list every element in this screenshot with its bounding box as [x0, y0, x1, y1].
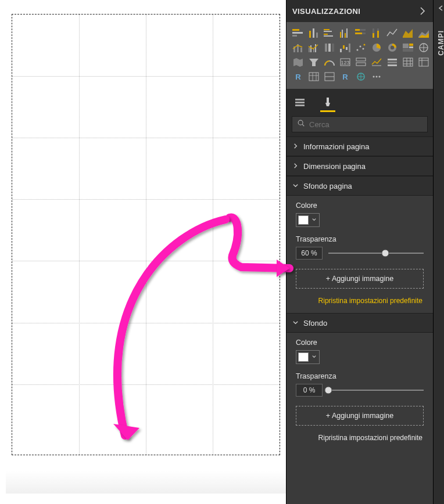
section-title: Sfondo pagina: [303, 182, 352, 190]
section-dimensioni-pagina[interactable]: Dimensioni pagina: [287, 156, 433, 176]
svg-rect-45: [409, 46, 413, 48]
svg-point-36: [357, 49, 359, 51]
svg-rect-53: [372, 65, 381, 66]
waterfall-icon[interactable]: [338, 41, 352, 54]
donut-chart-icon[interactable]: [385, 41, 399, 54]
pane-tabs: [287, 89, 433, 112]
trasparenza-slider[interactable]: [328, 384, 424, 396]
color-swatch-icon: [298, 352, 309, 362]
svg-rect-35: [349, 44, 350, 52]
svg-rect-70: [327, 98, 329, 103]
svg-rect-30: [328, 44, 331, 52]
stacked-area-icon[interactable]: [417, 27, 431, 39]
svg-rect-25: [309, 48, 310, 52]
colore-picker[interactable]: [296, 350, 320, 364]
svg-rect-4: [313, 28, 314, 38]
report-page-canvas[interactable]: [12, 14, 280, 455]
section-title: Informazioni pagina: [303, 142, 369, 151]
svg-line-72: [302, 124, 304, 126]
reset-defaults-link[interactable]: Ripristina impostazioni predefinite: [296, 297, 424, 305]
add-image-button[interactable]: + Aggiungi immagine: [296, 406, 424, 426]
svg-rect-7: [324, 31, 332, 32]
hundred-stacked-column-icon[interactable]: [370, 27, 384, 39]
color-swatch-icon: [298, 215, 309, 225]
arcgis-map-icon[interactable]: [354, 70, 368, 83]
trasparenza-input[interactable]: 0 %: [296, 384, 323, 397]
trasparenza-label: Trasparenza: [296, 235, 424, 243]
hundred-stacked-bar-icon[interactable]: [354, 27, 368, 39]
search-icon: [297, 119, 309, 129]
expand-icon[interactable]: [434, 3, 444, 14]
trasparenza-slider[interactable]: [328, 247, 424, 259]
pie-chart-icon[interactable]: [370, 41, 384, 54]
fields-tab[interactable]: [292, 92, 307, 112]
area-chart-icon[interactable]: [401, 27, 415, 39]
multi-row-card-icon[interactable]: [354, 56, 368, 69]
right-panels: VISUALIZZAZIONI: [286, 0, 444, 504]
key-influencers-icon[interactable]: [323, 70, 336, 83]
svg-text:123: 123: [341, 60, 349, 66]
svg-point-42: [391, 46, 394, 49]
gauge-icon[interactable]: [323, 56, 336, 69]
slicer-icon[interactable]: [385, 56, 399, 69]
more-visuals-icon[interactable]: [370, 70, 384, 83]
py-visual-icon[interactable]: [307, 70, 321, 83]
search-box[interactable]: [292, 116, 428, 132]
svg-point-64: [373, 76, 375, 78]
section-sfondo-pagina[interactable]: Sfondo pagina: [287, 176, 433, 196]
visualizations-gallery: 123 R R: [287, 22, 433, 89]
svg-rect-56: [388, 64, 397, 66]
svg-rect-28: [315, 44, 316, 52]
svg-rect-1: [292, 32, 303, 34]
svg-rect-26: [310, 45, 311, 52]
svg-rect-67: [295, 99, 305, 100]
svg-point-37: [360, 46, 361, 48]
filled-map-icon[interactable]: [291, 56, 305, 69]
decomposition-tree-icon[interactable]: R: [338, 70, 352, 83]
clustered-bar-icon[interactable]: [323, 27, 336, 39]
svg-rect-0: [292, 29, 299, 31]
colore-label: Colore: [296, 201, 424, 210]
search-input[interactable]: [309, 120, 422, 129]
stacked-column-icon[interactable]: [307, 27, 321, 39]
section-informazioni-pagina[interactable]: Informazioni pagina: [287, 136, 433, 156]
trasparenza-input[interactable]: 60 %: [296, 247, 323, 260]
chevron-down-icon: [292, 319, 299, 327]
r-visual-icon[interactable]: R: [291, 70, 305, 83]
svg-rect-9: [324, 35, 333, 37]
line-chart-icon[interactable]: [385, 27, 399, 39]
svg-rect-32: [340, 49, 342, 52]
map-icon[interactable]: [417, 41, 431, 54]
clustered-column-icon[interactable]: [338, 27, 352, 39]
collapse-icon[interactable]: [418, 6, 427, 16]
svg-rect-51: [356, 58, 366, 61]
table-icon[interactable]: [401, 56, 415, 69]
line-stacked-column-icon[interactable]: [291, 41, 305, 54]
canvas-shadow: [6, 470, 286, 494]
kpi-icon[interactable]: [370, 56, 384, 69]
svg-rect-43: [403, 44, 409, 48]
section-sfondo[interactable]: Sfondo: [287, 313, 433, 333]
canvas-grid: [12, 15, 280, 455]
scatter-chart-icon[interactable]: [354, 41, 368, 54]
section-title: Sfondo: [303, 319, 327, 327]
svg-rect-27: [313, 49, 314, 52]
svg-rect-12: [345, 33, 346, 38]
visualizations-header[interactable]: VISUALIZZAZIONI: [287, 0, 433, 22]
svg-text:R: R: [295, 73, 301, 81]
format-tab[interactable]: [320, 92, 335, 112]
treemap-icon[interactable]: [401, 41, 415, 54]
section-title: Dimensioni pagina: [303, 162, 366, 171]
matrix-icon[interactable]: [417, 56, 431, 69]
card-icon[interactable]: 123: [338, 56, 352, 69]
fields-panel-collapsed[interactable]: CAMPI: [433, 0, 444, 504]
trasparenza-label: Trasparenza: [296, 372, 424, 380]
line-clustered-column-icon[interactable]: [307, 41, 321, 54]
add-image-button[interactable]: + Aggiungi immagine: [296, 269, 424, 289]
funnel-icon[interactable]: [307, 56, 321, 69]
stacked-bar-icon[interactable]: [291, 27, 305, 39]
reset-defaults-link[interactable]: Ripristina impostazioni predefinite: [296, 434, 424, 442]
svg-rect-29: [325, 44, 327, 52]
colore-picker[interactable]: [296, 213, 320, 227]
ribbon-chart-icon[interactable]: [323, 41, 336, 54]
